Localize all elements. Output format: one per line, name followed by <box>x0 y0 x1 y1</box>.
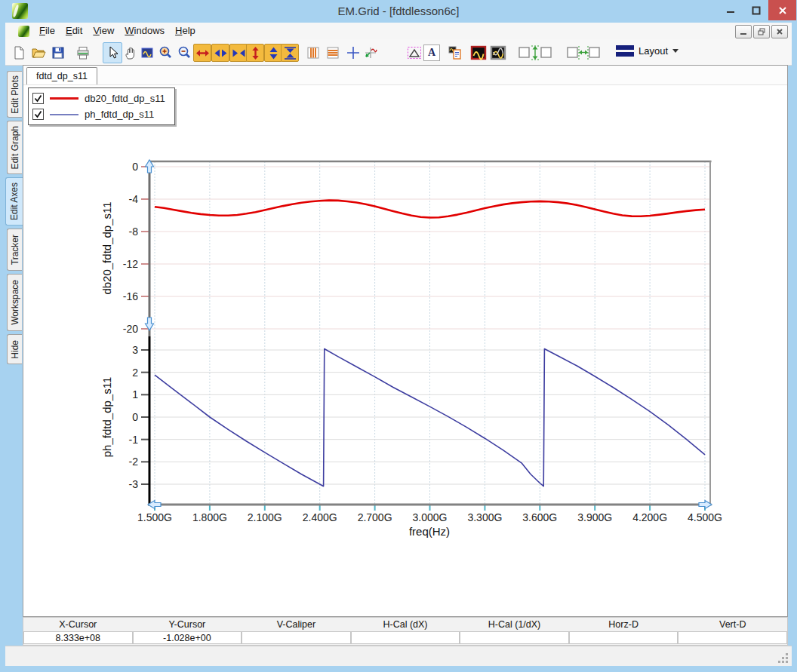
cursor-status-table: X-Cursor Y-Cursor V-Caliper H-Cal (dX) H… <box>23 617 788 646</box>
arrows-x-out-button[interactable] <box>211 44 229 62</box>
svg-text:4.500G: 4.500G <box>688 511 722 523</box>
maximize-button[interactable] <box>744 0 768 20</box>
vert-d-value <box>678 631 787 644</box>
maximize-icon <box>752 6 761 15</box>
zoom-in-icon <box>158 45 173 60</box>
vertical-stripes-button[interactable] <box>303 42 323 63</box>
zoom-in-button[interactable] <box>155 42 175 63</box>
document-tab[interactable]: fdtd_dp_s11 <box>26 67 97 84</box>
document-app-icon[interactable] <box>18 26 29 37</box>
single-trace-button[interactable] <box>469 42 488 63</box>
multi-trace-button[interactable] <box>488 42 508 63</box>
close-icon <box>778 6 787 15</box>
legend-label-db20: db20_fdtd_dp_s11 <box>85 93 165 104</box>
mdi-restore-button[interactable] <box>753 25 770 38</box>
equal-horizontal-space-icon <box>566 44 601 61</box>
col-header-v-caliper: V-Caliper <box>242 618 351 631</box>
expand-x-button[interactable] <box>193 44 211 62</box>
save-button[interactable] <box>48 42 68 63</box>
zoom-out-icon <box>177 45 192 60</box>
layout-dropdown[interactable]: Layout <box>616 45 679 57</box>
svg-text:4.200G: 4.200G <box>632 511 667 523</box>
horizontal-stripes-icon <box>325 45 340 60</box>
legend-checkbox-db20[interactable] <box>32 93 44 104</box>
menu-windows[interactable]: Windows <box>119 23 170 39</box>
mdi-minimize-button[interactable] <box>735 25 752 38</box>
col-header-hcal-dx: H-Cal (dX) <box>351 618 460 631</box>
svg-text:db20_fdtd_dp_s11: db20_fdtd_dp_s11 <box>100 201 113 294</box>
x-cursor-value: 8.333e+08 <box>23 631 133 644</box>
mdi-restore-icon <box>758 28 765 35</box>
horz-d-value <box>569 631 679 644</box>
mdi-close-icon <box>776 28 783 35</box>
legend-entry: ph_fdtd_dp_s11 <box>32 106 165 122</box>
new-file-button[interactable] <box>9 42 29 63</box>
legend-checkbox-ph[interactable] <box>32 109 44 120</box>
legend-line-sample-ph <box>50 114 78 115</box>
svg-text:0: 0 <box>132 411 138 423</box>
print-button[interactable] <box>73 42 93 63</box>
layout-icon <box>616 45 634 57</box>
multi-trace-icon <box>490 44 506 61</box>
zoom-out-button[interactable] <box>174 42 194 63</box>
window-title: EM.Grid - [fdtdlesson6c] <box>0 5 797 17</box>
menu-edit[interactable]: Edit <box>60 23 88 39</box>
plot-report-button[interactable] <box>445 42 465 63</box>
polygon-tool-button[interactable] <box>405 42 424 63</box>
sidebar-tab-edit-axes[interactable]: Edit Axes <box>5 177 23 226</box>
arrows-y-out-button[interactable] <box>264 44 282 62</box>
svg-text:2.100G: 2.100G <box>248 511 282 523</box>
svg-text:1.800G: 1.800G <box>192 511 227 523</box>
expand-y-icon <box>248 46 263 60</box>
svg-text:2: 2 <box>132 367 138 379</box>
svg-text:2.400G: 2.400G <box>303 511 337 523</box>
menu-file[interactable]: File <box>34 23 60 39</box>
pointer-tool-button[interactable] <box>103 42 122 63</box>
close-button[interactable] <box>768 0 796 20</box>
svg-text:0: 0 <box>132 161 138 173</box>
layout-label: Layout <box>639 45 668 57</box>
arrows-y-in-button[interactable] <box>281 44 299 62</box>
expand-x-icon <box>195 46 210 60</box>
mdi-minimize-icon <box>740 28 747 35</box>
col-header-vert-d: Vert-D <box>678 618 787 631</box>
menu-view[interactable]: View <box>88 23 119 39</box>
plot-canvas[interactable]: 1.500G1.800G2.100G2.400G2.700G3.000G3.30… <box>23 66 787 616</box>
pan-hand-icon <box>123 45 138 60</box>
arrows-x-in-button[interactable] <box>229 44 248 62</box>
sidebar-tab-hide[interactable]: Hide <box>7 334 22 364</box>
menu-bar: File Edit View Windows Help <box>5 23 792 40</box>
svg-text:-4: -4 <box>129 193 139 205</box>
svg-text:3.900G: 3.900G <box>577 511 612 523</box>
resize-grip[interactable] <box>778 653 789 664</box>
text-tool-button[interactable]: A <box>423 44 440 61</box>
zoom-region-button[interactable] <box>137 42 157 63</box>
chevron-down-icon <box>672 49 679 53</box>
sidebar-tab-workspace[interactable]: Workspace <box>7 274 22 331</box>
sidebar-tab-edit-graph[interactable]: Edit Graph <box>7 121 22 174</box>
check-icon <box>34 94 42 103</box>
svg-text:-1: -1 <box>129 434 139 446</box>
zoom-region-icon <box>140 45 155 60</box>
equal-horizontal-space-button[interactable] <box>565 42 602 63</box>
single-trace-icon <box>470 44 487 61</box>
svg-text:ph_fdtd_dp_s11: ph_fdtd_dp_s11 <box>100 377 113 458</box>
pointer-icon <box>105 45 120 60</box>
equal-vertical-space-icon <box>518 44 552 61</box>
mdi-close-button[interactable] <box>771 25 788 38</box>
menu-help[interactable]: Help <box>170 23 201 39</box>
svg-text:-16: -16 <box>123 290 138 302</box>
sidebar: Edit Plots Edit Graph Edit Axes Tracker … <box>5 65 23 646</box>
equal-vertical-space-button[interactable] <box>516 42 554 63</box>
horizontal-stripes-button[interactable] <box>323 42 343 63</box>
legend-label-ph: ph_fdtd_dp_s11 <box>85 109 154 120</box>
expand-y-button[interactable] <box>246 44 264 62</box>
open-file-button[interactable] <box>29 42 48 63</box>
plot-document: fdtd_dp_s11 db20_fdtd_dp_s11 ph_fdtd_dp_… <box>23 65 788 617</box>
title-bar[interactable]: EM.Grid - [fdtdlesson6c] <box>0 0 797 23</box>
sidebar-tab-tracker[interactable]: Tracker <box>7 229 22 271</box>
tracker-button[interactable] <box>361 42 380 63</box>
minimize-button[interactable] <box>719 0 743 20</box>
polygon-icon <box>407 45 422 60</box>
sidebar-tab-edit-plots[interactable]: Edit Plots <box>7 71 22 118</box>
